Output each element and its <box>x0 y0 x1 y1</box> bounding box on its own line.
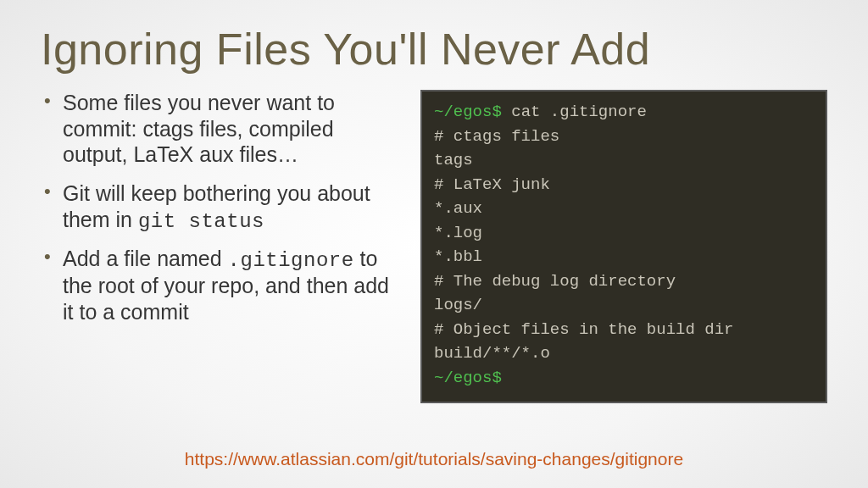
reference-link[interactable]: https://www.atlassian.com/git/tutorials/… <box>0 449 868 469</box>
terminal-line: # LaTeX junk <box>434 175 550 194</box>
bullet-mono: git status <box>138 210 264 233</box>
bullet-column: Some files you never want to commit: cta… <box>41 90 397 403</box>
bullet-item: Some files you never want to commit: cta… <box>41 90 397 169</box>
terminal-line: tags <box>434 151 473 169</box>
bullet-text: Some files you never want to commit: cta… <box>63 91 335 166</box>
terminal-panel: ~/egos$ cat .gitignore # ctags files tag… <box>420 90 827 403</box>
slide-title: Ignoring Files You'll Never Add <box>41 24 827 75</box>
terminal-command: cat .gitignore <box>502 103 647 121</box>
terminal-prompt: ~/egos$ <box>434 369 502 387</box>
bullet-item: Git will keep bothering you about them i… <box>41 180 397 234</box>
terminal-line: # ctags files <box>434 127 559 146</box>
content-row: Some files you never want to commit: cta… <box>41 90 827 403</box>
terminal-line: *.aux <box>434 199 482 218</box>
terminal-line: *.log <box>434 224 482 242</box>
terminal-line: *.bbl <box>434 247 482 266</box>
terminal-line: # The debug log directory <box>434 272 676 291</box>
terminal-line: build/**/*.o <box>434 344 550 363</box>
bullet-mono: .gitignore <box>228 249 354 272</box>
terminal-prompt: ~/egos$ <box>434 103 502 121</box>
bullet-item: Add a file named .gitignore to the root … <box>41 246 397 324</box>
bullet-text: Add a file named <box>63 247 228 270</box>
terminal-line: logs/ <box>434 296 482 314</box>
terminal-line: # Object files in the build dir <box>434 320 733 339</box>
